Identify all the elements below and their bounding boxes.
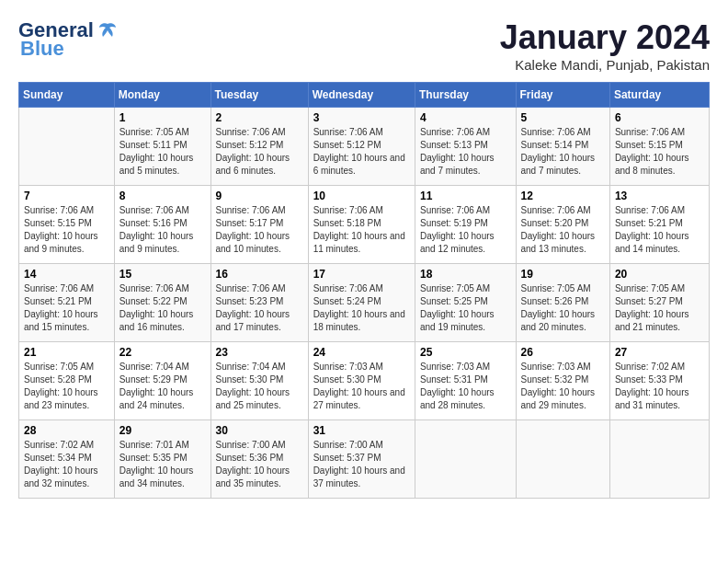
daylight-text: Daylight: 10 hours and 35 minutes.	[216, 465, 290, 488]
month-title: January 2024	[500, 18, 710, 57]
calendar-cell: 6 Sunrise: 7:06 AM Sunset: 5:15 PM Dayli…	[609, 108, 709, 186]
daylight-text: Daylight: 10 hours and 14 minutes.	[615, 231, 689, 254]
calendar-cell: 17 Sunrise: 7:06 AM Sunset: 5:24 PM Dayl…	[308, 264, 415, 342]
sunset-text: Sunset: 5:20 PM	[521, 218, 589, 228]
sunset-text: Sunset: 5:26 PM	[521, 296, 589, 306]
calendar-cell: 2 Sunrise: 7:06 AM Sunset: 5:12 PM Dayli…	[210, 108, 308, 186]
daylight-text: Daylight: 10 hours and 15 minutes.	[24, 309, 98, 332]
daylight-text: Daylight: 10 hours and 13 minutes.	[521, 231, 596, 254]
sunrise-text: Sunrise: 7:05 AM	[521, 283, 591, 293]
day-number: 1	[119, 111, 206, 124]
day-info: Sunrise: 7:06 AM Sunset: 5:12 PM Dayligh…	[216, 126, 303, 178]
daylight-text: Daylight: 10 hours and 8 minutes.	[615, 153, 689, 176]
column-header-wednesday: Wednesday	[308, 83, 415, 108]
sunrise-text: Sunrise: 7:06 AM	[216, 205, 286, 215]
sunrise-text: Sunrise: 7:06 AM	[313, 283, 383, 293]
logo-bird-icon	[97, 20, 118, 40]
day-info: Sunrise: 7:06 AM Sunset: 5:16 PM Dayligh…	[119, 204, 206, 256]
daylight-text: Daylight: 10 hours and 6 minutes.	[313, 153, 405, 176]
sunset-text: Sunset: 5:22 PM	[119, 296, 188, 306]
sunset-text: Sunset: 5:37 PM	[313, 453, 381, 463]
day-info: Sunrise: 7:01 AM Sunset: 5:35 PM Dayligh…	[119, 439, 206, 490]
day-number: 31	[313, 424, 410, 437]
day-number: 20	[615, 268, 704, 281]
calendar-cell	[516, 420, 609, 499]
column-header-monday: Monday	[114, 83, 210, 108]
sunrise-text: Sunrise: 7:06 AM	[313, 127, 383, 137]
sunrise-text: Sunrise: 7:02 AM	[615, 362, 685, 372]
daylight-text: Daylight: 10 hours and 10 minutes.	[216, 231, 290, 254]
calendar-cell: 4 Sunrise: 7:06 AM Sunset: 5:13 PM Dayli…	[415, 108, 516, 186]
calendar-cell	[609, 420, 709, 499]
sunrise-text: Sunrise: 7:06 AM	[615, 205, 685, 215]
daylight-text: Daylight: 10 hours and 31 minutes.	[615, 387, 689, 410]
day-number: 5	[521, 111, 605, 124]
daylight-text: Daylight: 10 hours and 29 minutes.	[521, 387, 596, 410]
sunset-text: Sunset: 5:32 PM	[521, 374, 589, 385]
day-info: Sunrise: 7:06 AM Sunset: 5:22 PM Dayligh…	[119, 282, 206, 334]
daylight-text: Daylight: 10 hours and 23 minutes.	[24, 387, 98, 410]
column-header-sunday: Sunday	[19, 83, 115, 108]
calendar-cell: 28 Sunrise: 7:02 AM Sunset: 5:34 PM Dayl…	[19, 420, 115, 499]
day-info: Sunrise: 7:06 AM Sunset: 5:18 PM Dayligh…	[313, 204, 410, 256]
day-info: Sunrise: 7:02 AM Sunset: 5:34 PM Dayligh…	[24, 439, 109, 490]
day-number: 10	[313, 190, 410, 202]
logo: General Blue	[18, 18, 118, 61]
logo-blue: Blue	[20, 37, 64, 61]
daylight-text: Daylight: 10 hours and 18 minutes.	[313, 309, 405, 332]
day-number: 7	[24, 190, 109, 202]
calendar-cell: 7 Sunrise: 7:06 AM Sunset: 5:15 PM Dayli…	[19, 186, 115, 264]
calendar-week-row: 14 Sunrise: 7:06 AM Sunset: 5:21 PM Dayl…	[19, 264, 710, 342]
sunrise-text: Sunrise: 7:05 AM	[420, 283, 490, 293]
day-number: 14	[24, 268, 109, 281]
day-number: 18	[420, 268, 511, 281]
sunset-text: Sunset: 5:15 PM	[615, 140, 683, 150]
sunrise-text: Sunrise: 7:05 AM	[119, 127, 189, 137]
sunrise-text: Sunrise: 7:06 AM	[521, 127, 591, 137]
sunset-text: Sunset: 5:14 PM	[521, 140, 589, 150]
day-info: Sunrise: 7:06 AM Sunset: 5:17 PM Dayligh…	[216, 204, 303, 256]
calendar-cell: 11 Sunrise: 7:06 AM Sunset: 5:19 PM Dayl…	[415, 186, 516, 264]
daylight-text: Daylight: 10 hours and 11 minutes.	[313, 231, 405, 254]
day-number: 4	[420, 111, 511, 124]
sunset-text: Sunset: 5:30 PM	[216, 374, 284, 385]
daylight-text: Daylight: 10 hours and 24 minutes.	[119, 387, 194, 410]
sunset-text: Sunset: 5:35 PM	[119, 453, 188, 463]
sunset-text: Sunset: 5:34 PM	[24, 453, 92, 463]
sunset-text: Sunset: 5:16 PM	[119, 218, 188, 228]
daylight-text: Daylight: 10 hours and 37 minutes.	[313, 465, 405, 488]
day-info: Sunrise: 7:02 AM Sunset: 5:33 PM Dayligh…	[615, 361, 704, 412]
calendar-week-row: 28 Sunrise: 7:02 AM Sunset: 5:34 PM Dayl…	[19, 420, 710, 499]
sunset-text: Sunset: 5:23 PM	[216, 296, 284, 306]
day-number: 27	[615, 346, 704, 359]
day-number: 8	[119, 190, 206, 202]
calendar-cell: 29 Sunrise: 7:01 AM Sunset: 5:35 PM Dayl…	[114, 420, 210, 499]
calendar-cell: 21 Sunrise: 7:05 AM Sunset: 5:28 PM Dayl…	[19, 342, 115, 420]
day-number: 13	[615, 190, 704, 202]
sunset-text: Sunset: 5:28 PM	[24, 374, 92, 385]
calendar-cell: 24 Sunrise: 7:03 AM Sunset: 5:30 PM Dayl…	[308, 342, 415, 420]
sunrise-text: Sunrise: 7:06 AM	[216, 127, 286, 137]
daylight-text: Daylight: 10 hours and 28 minutes.	[420, 387, 495, 410]
daylight-text: Daylight: 10 hours and 34 minutes.	[119, 465, 194, 488]
sunset-text: Sunset: 5:18 PM	[313, 218, 381, 228]
daylight-text: Daylight: 10 hours and 7 minutes.	[521, 153, 596, 176]
title-section: January 2024 Kaleke Mandi, Punjab, Pakis…	[500, 18, 710, 73]
sunset-text: Sunset: 5:36 PM	[216, 453, 284, 463]
day-info: Sunrise: 7:04 AM Sunset: 5:29 PM Dayligh…	[119, 361, 206, 412]
sunrise-text: Sunrise: 7:00 AM	[313, 440, 383, 450]
sunrise-text: Sunrise: 7:06 AM	[615, 127, 685, 137]
calendar-cell: 3 Sunrise: 7:06 AM Sunset: 5:12 PM Dayli…	[308, 108, 415, 186]
calendar-cell: 23 Sunrise: 7:04 AM Sunset: 5:30 PM Dayl…	[210, 342, 308, 420]
day-info: Sunrise: 7:06 AM Sunset: 5:13 PM Dayligh…	[420, 126, 511, 178]
day-number: 26	[521, 346, 605, 359]
page-header: General Blue January 2024 Kaleke Mandi, …	[18, 18, 710, 73]
calendar-cell: 8 Sunrise: 7:06 AM Sunset: 5:16 PM Dayli…	[114, 186, 210, 264]
sunrise-text: Sunrise: 7:06 AM	[313, 205, 383, 215]
sunset-text: Sunset: 5:21 PM	[24, 296, 92, 306]
calendar-cell: 25 Sunrise: 7:03 AM Sunset: 5:31 PM Dayl…	[415, 342, 516, 420]
sunrise-text: Sunrise: 7:06 AM	[119, 283, 189, 293]
sunset-text: Sunset: 5:27 PM	[615, 296, 683, 306]
sunrise-text: Sunrise: 7:03 AM	[420, 362, 490, 372]
day-info: Sunrise: 7:06 AM Sunset: 5:15 PM Dayligh…	[24, 204, 109, 256]
